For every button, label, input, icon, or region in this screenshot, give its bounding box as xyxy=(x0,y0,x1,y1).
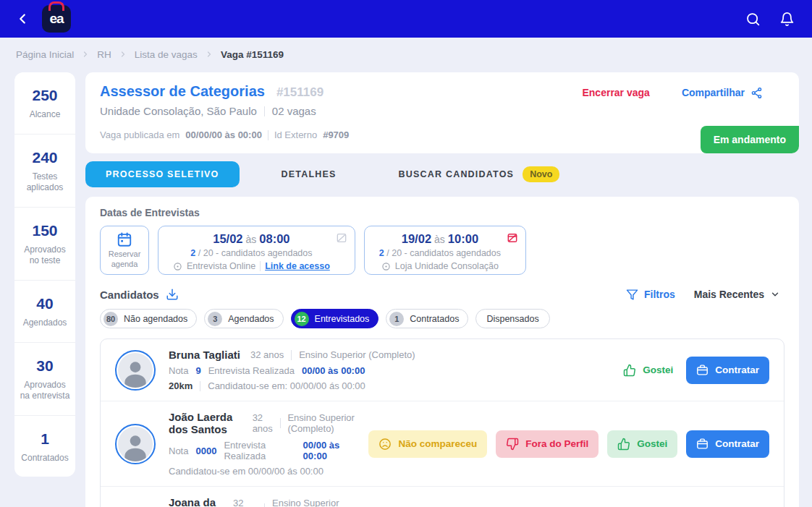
nao-compareceu-label: Não compareceu xyxy=(398,438,477,449)
briefcase-icon xyxy=(696,438,709,450)
tab-buscar-candidatos[interactable]: BUSCAR CANDIDATOS xyxy=(378,161,522,187)
app-logo[interactable]: ea xyxy=(42,5,71,33)
search-icon[interactable] xyxy=(745,12,761,27)
gostei-button[interactable]: Gostei xyxy=(607,430,677,458)
briefcase-icon xyxy=(696,364,709,376)
interview-slot-online[interactable]: 15/02às08:00 2 / 20 - candidatos agendad… xyxy=(158,226,355,275)
chip-agendados[interactable]: 3 Agendados xyxy=(204,309,283,328)
chip-label: Agendados xyxy=(228,314,274,324)
candidate-distance: 20km xyxy=(169,380,193,391)
location-icon xyxy=(173,262,182,271)
gostei-label: Gostei xyxy=(637,438,667,449)
breadcrumb-separator-icon xyxy=(119,50,127,59)
nota-value: 9 xyxy=(195,365,200,376)
stat-contratados: 1 Contratados xyxy=(14,416,75,477)
external-id-value: #9709 xyxy=(323,129,349,140)
candidates-section-title: Candidatos xyxy=(100,289,159,301)
interview-datetime: 00/00 às 00:00 xyxy=(303,440,356,461)
avatar[interactable] xyxy=(115,350,156,391)
edit-calendar-icon[interactable] xyxy=(336,232,347,244)
published-label: Vaga publicada em xyxy=(100,129,179,140)
stat-label: Contratados xyxy=(19,453,71,464)
stat-value: 30 xyxy=(19,357,71,375)
gostei-button[interactable]: Gostei xyxy=(619,357,677,384)
candidate-education: Ensino Superior (Completo) xyxy=(287,412,355,434)
slot-count-rest: / 20 - candidatos agendados xyxy=(386,248,501,258)
chip-count: 80 xyxy=(103,312,118,326)
contratar-button[interactable]: Contratar xyxy=(686,357,769,384)
stat-label: Aprovados no teste xyxy=(19,244,71,267)
candidate-age: 32 anos xyxy=(250,349,284,360)
candidate-name[interactable]: João Laerda dos Santos xyxy=(169,411,242,435)
applied-date: Candidatou-se em 00/00/00 ás 00:00 xyxy=(169,466,323,477)
filter-icon xyxy=(626,289,638,301)
chip-nao-agendados[interactable]: 80 Não agendados xyxy=(100,309,197,328)
chip-count: 1 xyxy=(389,312,404,326)
logo-text: ea xyxy=(49,11,63,27)
breadcrumb-lista-vagas[interactable]: Lista de vagas xyxy=(135,49,198,60)
sort-dropdown[interactable]: Mais Recentes xyxy=(694,289,780,300)
bell-icon[interactable] xyxy=(779,12,795,27)
stat-alcance: 250 Alcance xyxy=(14,72,75,135)
candidate-age: 32 anos xyxy=(253,412,273,434)
avatar[interactable] xyxy=(115,424,156,464)
chip-contratados[interactable]: 1 Contratados xyxy=(386,309,468,328)
candidate-name[interactable]: Bruna Tagliati xyxy=(169,349,240,361)
candidate-name[interactable]: Joana da Silva xyxy=(169,496,223,507)
stat-value: 150 xyxy=(19,222,71,239)
access-link[interactable]: Link de acesso xyxy=(265,261,330,271)
calendar-icon xyxy=(117,231,132,247)
status-badge: Em andamento xyxy=(701,126,799,153)
novo-badge: Novo xyxy=(523,166,559,182)
download-icon[interactable] xyxy=(166,288,179,301)
job-vacancies: 02 vagas xyxy=(272,105,316,117)
chip-entrevistados[interactable]: 12 Entrevistados xyxy=(291,309,379,328)
filters-label: Filtros xyxy=(644,289,675,300)
back-icon[interactable] xyxy=(14,11,30,27)
contratar-button[interactable]: Contratar xyxy=(686,430,769,458)
chip-label: Dispensados xyxy=(486,314,538,324)
chip-label: Não agendados xyxy=(124,314,187,324)
candidate-education: Ensino Superior (Completo) xyxy=(299,349,415,360)
reserve-agenda-button[interactable]: Reservar agenda xyxy=(100,226,149,275)
page-title: Assessor de Categorias xyxy=(100,83,265,100)
breadcrumb-rh[interactable]: RH xyxy=(97,49,111,60)
stat-value: 240 xyxy=(19,149,71,166)
interview-status-label: Entrevista Realizada xyxy=(208,365,295,376)
tab-detalhes[interactable]: DETALHES xyxy=(261,161,357,187)
stat-aprovados-entrevista: 30 Aprovados na entrevista xyxy=(14,343,75,416)
breadcrumb: Página Inicial RH Lista de vagas Vaga #1… xyxy=(0,38,812,71)
divider xyxy=(268,130,268,140)
job-header-card: Assessor de Categorias #151169 Encerrar … xyxy=(85,72,799,153)
interviews-section-title: Datas de Entrevistas xyxy=(100,207,784,218)
interview-slot-store[interactable]: 19/02às10:00 2 / 20 - candidatos agendad… xyxy=(364,226,526,275)
chip-dispensados[interactable]: Dispensados xyxy=(475,309,549,328)
slot-count: 2 xyxy=(379,248,384,258)
tab-processo-seletivo[interactable]: PROCESSO SELETIVO xyxy=(85,161,240,187)
candidate-education: Ensino Superior (Completo) xyxy=(272,498,355,507)
candidate-row: Bruna Tagliati 32 anos Ensino Superior (… xyxy=(101,339,784,401)
share-label: Compartilhar xyxy=(682,87,745,98)
sort-label: Mais Recentes xyxy=(694,289,764,300)
nao-compareceu-button[interactable]: Não compareceu xyxy=(368,430,487,458)
topbar: ea xyxy=(0,0,812,38)
chip-label: Entrevistados xyxy=(315,314,370,324)
reserve-label-line2: agenda xyxy=(109,260,141,270)
stat-label: Agendados xyxy=(19,318,71,329)
stat-testes: 240 Testes aplicados xyxy=(14,135,75,208)
nota-value: 0000 xyxy=(195,446,216,456)
edit-calendar-icon-red[interactable] xyxy=(507,232,518,244)
thumbs-up-icon xyxy=(623,364,636,377)
job-id: #151169 xyxy=(276,85,323,100)
slot-time: 10:00 xyxy=(448,232,478,245)
close-job-button[interactable]: Encerrar vaga xyxy=(582,87,649,98)
filters-button[interactable]: Filtros xyxy=(626,289,675,301)
chip-label: Contratados xyxy=(410,314,459,324)
slot-time: 08:00 xyxy=(259,232,289,245)
share-button[interactable]: Compartilhar xyxy=(682,87,763,99)
candidate-row: Joana da Silva 32 anos Ensino Superior (… xyxy=(101,487,784,507)
breadcrumb-home[interactable]: Página Inicial xyxy=(16,49,74,60)
slot-place-label: Loja Unidade Consolação xyxy=(395,261,499,271)
published-value: 00/00/00 às 00:00 xyxy=(185,129,262,140)
fora-do-perfil-button[interactable]: Fora do Perfil xyxy=(496,430,599,458)
